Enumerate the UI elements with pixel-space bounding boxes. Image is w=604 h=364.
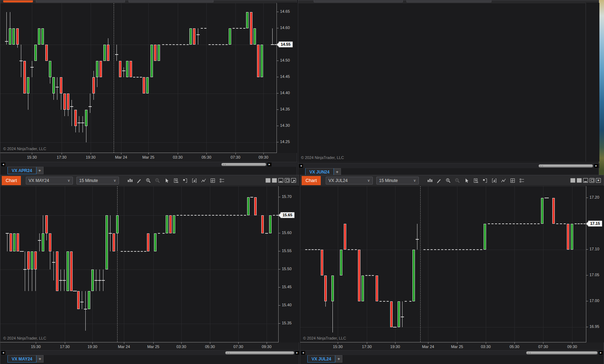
scroll-right-icon[interactable]: ▶	[594, 164, 598, 168]
tab-vx-jun24[interactable]: VX JUN24	[305, 168, 334, 176]
horizontal-scrollbar[interactable]: ◀ ▶	[298, 163, 599, 168]
panel-icon[interactable]	[266, 178, 270, 183]
scrollbar-thumb[interactable]	[221, 163, 266, 166]
instrument-selector[interactable]: VX MAY24 ∨	[26, 177, 73, 184]
scroll-right-icon[interactable]: ▶	[295, 351, 299, 355]
interval-selector[interactable]	[129, 0, 213, 2]
candle	[567, 224, 569, 250]
chart-style-icon[interactable]	[126, 177, 134, 184]
data-box-icon[interactable]	[172, 177, 180, 184]
interval-selector[interactable]: 15 Minute ∨	[76, 177, 119, 184]
volume-panel-icon[interactable]	[190, 177, 198, 184]
interval-selector[interactable]	[406, 0, 491, 2]
candle	[321, 250, 323, 275]
add-tab-button[interactable]: +	[335, 355, 342, 363]
price-axis[interactable]: 17.2017.1517.1017.0517.0016.9517.15	[586, 186, 604, 342]
plot-area[interactable]: © 2024 NinjaTrader, LLC	[0, 186, 279, 342]
zoom-in-icon[interactable]	[444, 177, 452, 184]
horizontal-scrollbar[interactable]: ◀ ▶	[300, 350, 604, 355]
candle	[17, 233, 19, 251]
panel-icon[interactable]	[570, 178, 575, 183]
zoom-out-icon[interactable]	[154, 177, 161, 184]
chart-menu-button[interactable]: Chart	[302, 176, 321, 185]
strategies-icon[interactable]	[509, 177, 517, 184]
horizontal-scrollbar[interactable]: ◀ ▶	[0, 162, 297, 167]
zoom-out-icon[interactable]	[454, 177, 461, 184]
candle	[571, 224, 573, 250]
price-axis[interactable]: 15.7015.6515.6015.5515.5015.4515.4015.35…	[279, 186, 300, 342]
candle	[116, 215, 119, 233]
time-label: 15:30	[24, 155, 40, 159]
scroll-left-icon[interactable]: ◀	[1, 351, 5, 355]
tab-vx-apr24[interactable]: VX APR24	[7, 167, 36, 174]
time-gridline	[428, 186, 428, 342]
instrument-selector[interactable]: VX JUL24 ∨	[326, 177, 373, 184]
panel-icon[interactable]	[272, 178, 277, 183]
minimize-icon[interactable]	[583, 178, 588, 183]
chart-trader-icon[interactable]	[181, 177, 189, 184]
scroll-right-icon[interactable]: ▶	[599, 351, 603, 355]
tab-vx-may24[interactable]: VX MAY24	[7, 355, 36, 363]
scroll-left-icon[interactable]: ◀	[1, 163, 5, 166]
price-label: 17.10	[589, 247, 599, 251]
price-label: 15.60	[282, 231, 292, 235]
add-tab-button[interactable]: +	[36, 355, 44, 363]
doji-tick	[78, 123, 81, 123]
restore-icon[interactable]	[589, 178, 594, 183]
chart-style-icon[interactable]	[426, 177, 434, 184]
volume-panel-icon[interactable]	[490, 177, 498, 184]
time-tick	[65, 342, 65, 344]
doji-tick	[63, 280, 66, 281]
cursor-icon[interactable]	[163, 177, 171, 184]
candle-wick	[39, 233, 40, 251]
properties-icon[interactable]	[218, 177, 226, 184]
price-gridline	[0, 45, 277, 45]
draw-icon[interactable]	[435, 177, 443, 184]
popout-icon[interactable]	[291, 178, 296, 183]
minimize-icon[interactable]	[278, 178, 283, 183]
interval-selector[interactable]: 15 Minute ∨	[376, 177, 419, 184]
scrollbar-thumb[interactable]	[539, 164, 593, 167]
tab-vx-jul24[interactable]: VX JUL24	[307, 355, 335, 363]
price-axis[interactable]	[586, 3, 599, 161]
scrollbar-thumb[interactable]	[526, 351, 598, 354]
horizontal-scrollbar[interactable]: ◀ ▶	[0, 350, 300, 355]
instrument-selector[interactable]	[36, 0, 125, 2]
flat-bar-dashes	[73, 291, 77, 291]
time-axis[interactable]: 15:3017:3019:30Mar 24Mar 2503:3005:3007:…	[0, 153, 277, 161]
indicators-icon[interactable]	[500, 177, 507, 184]
indicators-icon[interactable]	[200, 177, 207, 184]
chart-menu-button[interactable]: Chart	[2, 176, 21, 185]
plot-area[interactable]: © 2024 NinjaTrader, LLC	[300, 186, 586, 342]
time-tick	[92, 342, 93, 344]
properties-icon[interactable]	[518, 177, 526, 184]
scrollbar-thumb[interactable]	[225, 351, 294, 354]
plot-area[interactable]: © 2024 NinjaTrader, LLC	[298, 3, 586, 161]
scroll-right-icon[interactable]: ▶	[267, 163, 272, 166]
chart-trader-icon[interactable]	[481, 177, 489, 184]
plot-area[interactable]: © 2024 NinjaTrader, LLC	[0, 3, 277, 153]
instrument-selector[interactable]	[314, 0, 403, 2]
candle	[169, 215, 172, 233]
time-tick	[36, 342, 36, 344]
zoom-in-icon[interactable]	[144, 177, 152, 184]
add-tab-button[interactable]: +	[334, 168, 341, 176]
add-tab-button[interactable]: +	[36, 167, 44, 174]
cursor-icon[interactable]	[463, 177, 471, 184]
time-axis[interactable]: 15:3017:3019:30Mar 24Mar 2503:3005:3007:…	[0, 342, 279, 350]
chart-menu-button[interactable]	[3, 0, 33, 2]
panel-icon[interactable]	[577, 178, 582, 183]
desktop-wallpaper	[599, 0, 604, 176]
draw-icon[interactable]	[135, 177, 143, 184]
strategies-icon[interactable]	[209, 177, 217, 184]
scroll-left-icon[interactable]: ◀	[299, 164, 303, 168]
close-icon[interactable]: ×	[596, 178, 601, 183]
candle	[126, 61, 129, 77]
candle	[254, 197, 257, 215]
restore-icon[interactable]	[285, 178, 290, 183]
clipped-toolbar-strip	[0, 0, 297, 2]
price-axis[interactable]: 14.6514.6014.5514.5014.4514.4014.3514.30…	[277, 3, 297, 153]
scroll-left-icon[interactable]: ◀	[301, 351, 305, 355]
time-axis[interactable]: 15:3017:3019:30Mar 24Mar 2503:3005:3007:…	[300, 342, 586, 350]
data-box-icon[interactable]	[472, 177, 480, 184]
